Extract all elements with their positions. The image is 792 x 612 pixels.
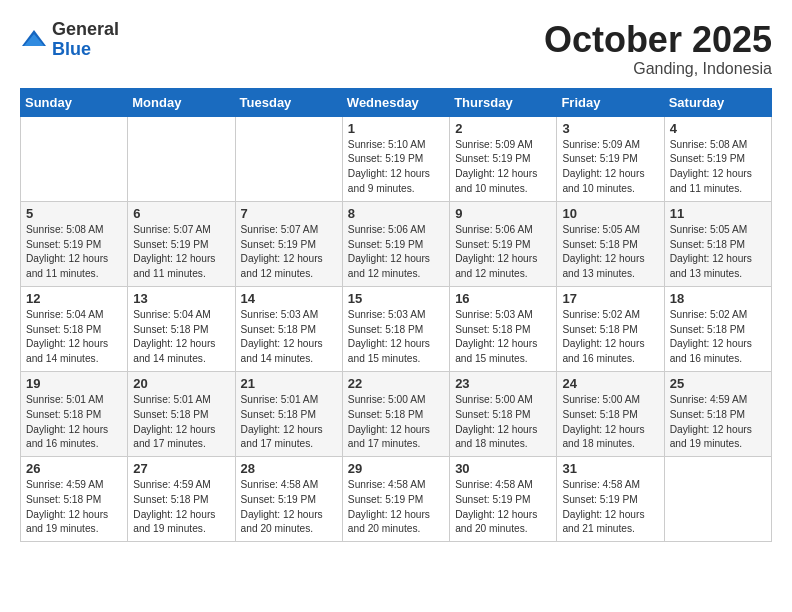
day-number: 19 xyxy=(26,376,122,391)
day-cell: 14Sunrise: 5:03 AM Sunset: 5:18 PM Dayli… xyxy=(235,286,342,371)
day-info: Sunrise: 4:58 AM Sunset: 5:19 PM Dayligh… xyxy=(241,478,337,537)
day-cell: 15Sunrise: 5:03 AM Sunset: 5:18 PM Dayli… xyxy=(342,286,449,371)
day-info: Sunrise: 5:05 AM Sunset: 5:18 PM Dayligh… xyxy=(670,223,766,282)
day-info: Sunrise: 5:06 AM Sunset: 5:19 PM Dayligh… xyxy=(348,223,444,282)
day-number: 3 xyxy=(562,121,658,136)
weekday-header-monday: Monday xyxy=(128,88,235,116)
day-number: 18 xyxy=(670,291,766,306)
day-number: 4 xyxy=(670,121,766,136)
day-info: Sunrise: 5:08 AM Sunset: 5:19 PM Dayligh… xyxy=(26,223,122,282)
day-number: 9 xyxy=(455,206,551,221)
day-cell: 24Sunrise: 5:00 AM Sunset: 5:18 PM Dayli… xyxy=(557,371,664,456)
day-number: 24 xyxy=(562,376,658,391)
day-cell: 18Sunrise: 5:02 AM Sunset: 5:18 PM Dayli… xyxy=(664,286,771,371)
day-number: 14 xyxy=(241,291,337,306)
day-number: 25 xyxy=(670,376,766,391)
day-cell: 2Sunrise: 5:09 AM Sunset: 5:19 PM Daylig… xyxy=(450,116,557,201)
day-cell: 9Sunrise: 5:06 AM Sunset: 5:19 PM Daylig… xyxy=(450,201,557,286)
day-number: 28 xyxy=(241,461,337,476)
day-info: Sunrise: 5:07 AM Sunset: 5:19 PM Dayligh… xyxy=(241,223,337,282)
day-info: Sunrise: 5:02 AM Sunset: 5:18 PM Dayligh… xyxy=(670,308,766,367)
day-info: Sunrise: 5:01 AM Sunset: 5:18 PM Dayligh… xyxy=(133,393,229,452)
day-info: Sunrise: 5:02 AM Sunset: 5:18 PM Dayligh… xyxy=(562,308,658,367)
day-cell: 23Sunrise: 5:00 AM Sunset: 5:18 PM Dayli… xyxy=(450,371,557,456)
weekday-header-tuesday: Tuesday xyxy=(235,88,342,116)
day-info: Sunrise: 5:00 AM Sunset: 5:18 PM Dayligh… xyxy=(348,393,444,452)
day-cell: 17Sunrise: 5:02 AM Sunset: 5:18 PM Dayli… xyxy=(557,286,664,371)
day-info: Sunrise: 5:08 AM Sunset: 5:19 PM Dayligh… xyxy=(670,138,766,197)
week-row-4: 19Sunrise: 5:01 AM Sunset: 5:18 PM Dayli… xyxy=(21,371,772,456)
day-cell: 31Sunrise: 4:58 AM Sunset: 5:19 PM Dayli… xyxy=(557,457,664,542)
day-info: Sunrise: 4:59 AM Sunset: 5:18 PM Dayligh… xyxy=(26,478,122,537)
day-cell: 4Sunrise: 5:08 AM Sunset: 5:19 PM Daylig… xyxy=(664,116,771,201)
day-cell: 11Sunrise: 5:05 AM Sunset: 5:18 PM Dayli… xyxy=(664,201,771,286)
day-cell: 21Sunrise: 5:01 AM Sunset: 5:18 PM Dayli… xyxy=(235,371,342,456)
day-number: 1 xyxy=(348,121,444,136)
weekday-header-saturday: Saturday xyxy=(664,88,771,116)
logo-general: General xyxy=(52,19,119,39)
day-number: 26 xyxy=(26,461,122,476)
day-info: Sunrise: 4:58 AM Sunset: 5:19 PM Dayligh… xyxy=(348,478,444,537)
week-row-2: 5Sunrise: 5:08 AM Sunset: 5:19 PM Daylig… xyxy=(21,201,772,286)
day-cell: 26Sunrise: 4:59 AM Sunset: 5:18 PM Dayli… xyxy=(21,457,128,542)
weekday-header-row: SundayMondayTuesdayWednesdayThursdayFrid… xyxy=(21,88,772,116)
day-info: Sunrise: 4:58 AM Sunset: 5:19 PM Dayligh… xyxy=(455,478,551,537)
day-info: Sunrise: 4:59 AM Sunset: 5:18 PM Dayligh… xyxy=(133,478,229,537)
header: General Blue October 2025 Ganding, Indon… xyxy=(20,20,772,78)
day-cell: 29Sunrise: 4:58 AM Sunset: 5:19 PM Dayli… xyxy=(342,457,449,542)
day-number: 23 xyxy=(455,376,551,391)
weekday-header-wednesday: Wednesday xyxy=(342,88,449,116)
day-cell xyxy=(128,116,235,201)
week-row-5: 26Sunrise: 4:59 AM Sunset: 5:18 PM Dayli… xyxy=(21,457,772,542)
day-number: 2 xyxy=(455,121,551,136)
day-cell: 22Sunrise: 5:00 AM Sunset: 5:18 PM Dayli… xyxy=(342,371,449,456)
day-number: 16 xyxy=(455,291,551,306)
day-info: Sunrise: 5:03 AM Sunset: 5:18 PM Dayligh… xyxy=(241,308,337,367)
day-cell xyxy=(21,116,128,201)
day-info: Sunrise: 5:01 AM Sunset: 5:18 PM Dayligh… xyxy=(26,393,122,452)
day-cell: 20Sunrise: 5:01 AM Sunset: 5:18 PM Dayli… xyxy=(128,371,235,456)
month-title: October 2025 xyxy=(544,20,772,60)
day-number: 30 xyxy=(455,461,551,476)
weekday-header-sunday: Sunday xyxy=(21,88,128,116)
day-info: Sunrise: 4:58 AM Sunset: 5:19 PM Dayligh… xyxy=(562,478,658,537)
day-cell: 30Sunrise: 4:58 AM Sunset: 5:19 PM Dayli… xyxy=(450,457,557,542)
day-cell: 7Sunrise: 5:07 AM Sunset: 5:19 PM Daylig… xyxy=(235,201,342,286)
day-number: 5 xyxy=(26,206,122,221)
day-cell: 19Sunrise: 5:01 AM Sunset: 5:18 PM Dayli… xyxy=(21,371,128,456)
day-number: 27 xyxy=(133,461,229,476)
day-info: Sunrise: 5:06 AM Sunset: 5:19 PM Dayligh… xyxy=(455,223,551,282)
day-info: Sunrise: 5:00 AM Sunset: 5:18 PM Dayligh… xyxy=(455,393,551,452)
day-info: Sunrise: 5:05 AM Sunset: 5:18 PM Dayligh… xyxy=(562,223,658,282)
day-number: 22 xyxy=(348,376,444,391)
day-info: Sunrise: 5:01 AM Sunset: 5:18 PM Dayligh… xyxy=(241,393,337,452)
day-cell: 1Sunrise: 5:10 AM Sunset: 5:19 PM Daylig… xyxy=(342,116,449,201)
day-info: Sunrise: 5:09 AM Sunset: 5:19 PM Dayligh… xyxy=(455,138,551,197)
day-cell: 6Sunrise: 5:07 AM Sunset: 5:19 PM Daylig… xyxy=(128,201,235,286)
day-number: 31 xyxy=(562,461,658,476)
weekday-header-friday: Friday xyxy=(557,88,664,116)
day-number: 8 xyxy=(348,206,444,221)
day-cell: 10Sunrise: 5:05 AM Sunset: 5:18 PM Dayli… xyxy=(557,201,664,286)
day-number: 13 xyxy=(133,291,229,306)
day-info: Sunrise: 5:07 AM Sunset: 5:19 PM Dayligh… xyxy=(133,223,229,282)
week-row-1: 1Sunrise: 5:10 AM Sunset: 5:19 PM Daylig… xyxy=(21,116,772,201)
day-number: 15 xyxy=(348,291,444,306)
logo-icon xyxy=(20,26,48,54)
calendar-table: SundayMondayTuesdayWednesdayThursdayFrid… xyxy=(20,88,772,543)
day-cell: 5Sunrise: 5:08 AM Sunset: 5:19 PM Daylig… xyxy=(21,201,128,286)
day-info: Sunrise: 5:10 AM Sunset: 5:19 PM Dayligh… xyxy=(348,138,444,197)
day-number: 10 xyxy=(562,206,658,221)
day-info: Sunrise: 5:03 AM Sunset: 5:18 PM Dayligh… xyxy=(348,308,444,367)
logo-text: General Blue xyxy=(52,20,119,60)
day-number: 29 xyxy=(348,461,444,476)
day-cell: 13Sunrise: 5:04 AM Sunset: 5:18 PM Dayli… xyxy=(128,286,235,371)
day-number: 11 xyxy=(670,206,766,221)
logo: General Blue xyxy=(20,20,119,60)
day-info: Sunrise: 5:04 AM Sunset: 5:18 PM Dayligh… xyxy=(133,308,229,367)
day-cell xyxy=(235,116,342,201)
day-cell: 8Sunrise: 5:06 AM Sunset: 5:19 PM Daylig… xyxy=(342,201,449,286)
day-info: Sunrise: 5:00 AM Sunset: 5:18 PM Dayligh… xyxy=(562,393,658,452)
day-number: 17 xyxy=(562,291,658,306)
day-cell: 16Sunrise: 5:03 AM Sunset: 5:18 PM Dayli… xyxy=(450,286,557,371)
